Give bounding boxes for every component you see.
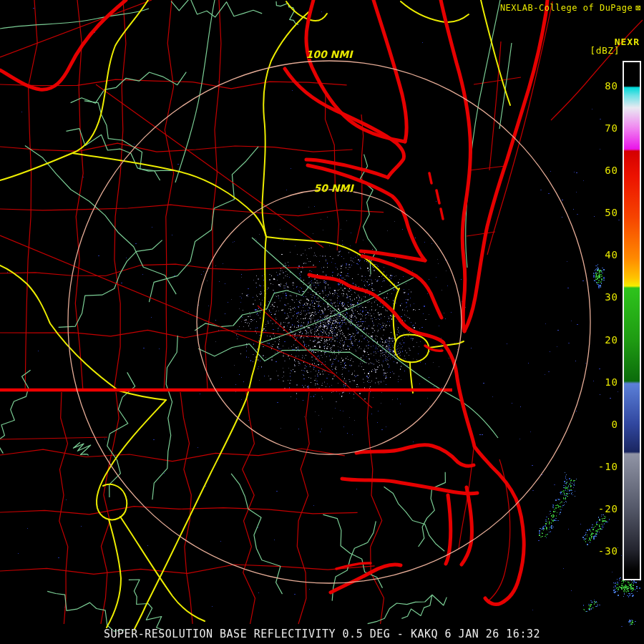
- county-borders: [0, 0, 643, 601]
- nexlab-logo-icon: ⊠: [635, 3, 641, 13]
- page-title: NEXLAB-College of DuPage: [500, 3, 633, 13]
- colorbar-gradient: [624, 62, 640, 579]
- roads-green: [0, 0, 512, 438]
- radar-display: NEXLAB-College of DuPage⊠ NEXR [dBZ] 807…: [0, 0, 644, 644]
- range-ring-label-50: 50 NMI: [313, 182, 353, 194]
- title-bar: NEXLAB-College of DuPage⊠: [500, 3, 641, 13]
- status-bar: SUPER-RESOLUTION BASE REFLECTIVITY 0.5 D…: [104, 628, 540, 640]
- roads-generated: [0, 0, 447, 631]
- map-overlay: [0, 0, 644, 644]
- units-label: [dBZ]: [590, 45, 620, 56]
- range-ring-label-100: 100 NMI: [306, 49, 353, 60]
- reflectivity-colorbar: [623, 61, 641, 580]
